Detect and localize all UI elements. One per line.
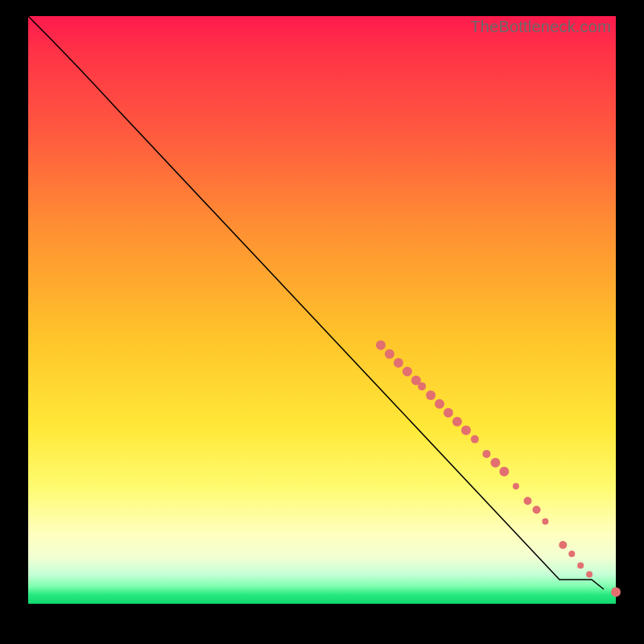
data-point: [461, 426, 471, 436]
data-point: [394, 358, 403, 368]
data-point: [524, 497, 532, 505]
data-point: [559, 541, 567, 549]
highlight-dots: [376, 341, 621, 597]
data-point: [435, 399, 444, 409]
chart-area: TheBottleneck.com: [28, 16, 616, 604]
data-point: [499, 467, 509, 477]
data-point: [533, 506, 541, 514]
curve-svg: [28, 16, 616, 604]
data-point: [471, 436, 479, 444]
data-point: [586, 572, 592, 578]
data-point: [482, 450, 490, 458]
data-point: [577, 563, 584, 569]
data-point: [402, 367, 412, 377]
data-point: [542, 518, 548, 525]
data-point: [568, 551, 575, 557]
data-point: [513, 483, 519, 489]
data-point: [385, 349, 394, 359]
data-point: [490, 458, 500, 468]
data-point: [418, 382, 426, 390]
data-point: [444, 408, 453, 418]
bottleneck-curve: [28, 16, 604, 589]
data-point: [611, 587, 621, 597]
data-point: [376, 341, 386, 350]
data-point: [452, 417, 462, 427]
data-point: [426, 390, 436, 400]
